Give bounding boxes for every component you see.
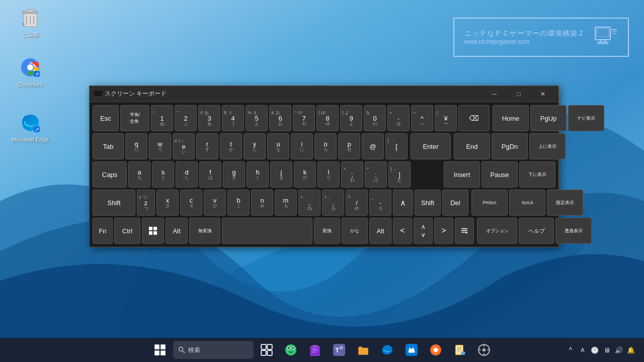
key-backslash[interactable]: _-ろ: [369, 190, 391, 216]
key-k[interactable]: kの: [294, 161, 316, 188]
key-ctrl[interactable]: Ctrl: [114, 218, 140, 244]
key-pause[interactable]: Pause: [481, 161, 518, 188]
key-shift-left[interactable]: Shift: [93, 190, 135, 216]
key-1[interactable]: !1ぬ: [151, 105, 173, 131]
key-t[interactable]: tか: [220, 133, 242, 159]
key-a[interactable]: aち: [128, 161, 150, 188]
key-bracket-l[interactable]: { 「[°: [385, 133, 408, 159]
search-bar[interactable]: 検索: [173, 341, 254, 359]
key-prtscn[interactable]: PrtScn: [471, 190, 508, 216]
key-fixed-display[interactable]: 固定表示: [547, 190, 583, 216]
desktop-icon-recycle-bin[interactable]: ↻ ごみ箱: [10, 5, 50, 39]
key-l[interactable]: lり: [317, 161, 340, 188]
key-top-display[interactable]: 上に表示: [529, 133, 566, 159]
key-n[interactable]: nみ: [251, 190, 273, 216]
key-bracket-r[interactable]: } 」]む: [388, 161, 411, 188]
key-4[interactable]: $ う4う: [222, 105, 244, 131]
key-m[interactable]: mも: [275, 190, 297, 216]
key-u[interactable]: uな: [267, 133, 289, 159]
key-left-arrow[interactable]: <: [393, 218, 412, 244]
key-shift-right[interactable]: Shift: [415, 190, 441, 216]
key-0[interactable]: を0わ: [364, 105, 386, 131]
key-w[interactable]: wて: [149, 133, 171, 159]
key-5[interactable]: % え5え: [246, 105, 268, 131]
desktop-icon-chrome[interactable]: ↗ Chromium: [10, 55, 50, 87]
key-f[interactable]: fは: [199, 161, 221, 188]
key-pgdn[interactable]: PgDn: [492, 133, 528, 159]
key-alt-right[interactable]: Alt: [369, 218, 391, 244]
key-backspace[interactable]: ⌫: [458, 105, 490, 131]
key-9[interactable]: ) よ9よ: [340, 105, 362, 131]
key-katakana[interactable]: かな: [342, 218, 368, 244]
window-titlebar[interactable]: ⌨ スクリーン キーボード ─ □ ✕: [90, 86, 558, 102]
key-j[interactable]: jま: [270, 161, 292, 188]
key-colon[interactable]: *:け: [365, 161, 387, 188]
taskbar-app-creative[interactable]: [425, 339, 447, 361]
key-pgup[interactable]: PgUp: [530, 105, 567, 131]
key-comma[interactable]: < 、,ね: [298, 190, 320, 216]
key-nav-display[interactable]: ナビ表示: [568, 105, 604, 131]
key-yen[interactable]: |¥ー: [435, 105, 457, 131]
key-v[interactable]: vひ: [204, 190, 226, 216]
key-z[interactable]: z つzつ: [137, 190, 155, 216]
key-p[interactable]: pせ: [338, 133, 360, 159]
key-x[interactable]: xさ: [156, 190, 179, 216]
taskbar-app-notepad[interactable]: ⚙: [449, 339, 471, 361]
key-options[interactable]: オプション: [477, 218, 517, 244]
key-d[interactable]: dし: [176, 161, 198, 188]
key-win[interactable]: [142, 218, 164, 244]
taskbar-app-folder[interactable]: [352, 339, 374, 361]
restore-button[interactable]: □: [507, 86, 530, 102]
key-e[interactable]: e いeい: [173, 133, 195, 159]
key-bottom-display[interactable]: 下に表示: [519, 161, 555, 188]
key-menu[interactable]: [455, 218, 474, 244]
key-home[interactable]: Home: [493, 105, 529, 131]
key-hanzenkaku[interactable]: 半角/全角: [120, 105, 149, 131]
desktop-icon-edge[interactable]: ↗ Microsoft Edge: [10, 111, 50, 143]
key-enter[interactable]: Enter: [411, 133, 451, 159]
key-at[interactable]: '@゛: [362, 133, 384, 159]
close-button[interactable]: ✕: [531, 86, 554, 102]
key-3[interactable]: # あ3あ: [198, 105, 220, 131]
key-insert[interactable]: Insert: [444, 161, 480, 188]
key-henkan[interactable]: 変換: [314, 218, 340, 244]
key-h[interactable]: hく: [247, 161, 269, 188]
key-alt-left[interactable]: Alt: [166, 218, 188, 244]
key-q[interactable]: qた: [125, 133, 147, 159]
tray-display[interactable]: 🖥: [602, 345, 612, 355]
key-fn[interactable]: Fn: [93, 218, 113, 244]
taskbar-app-settings[interactable]: [473, 339, 495, 361]
key-r[interactable]: rす: [196, 133, 218, 159]
key-help[interactable]: ヘルプ: [519, 218, 554, 244]
key-slash[interactable]: ? -/め: [346, 190, 368, 216]
key-transparent-display[interactable]: 透過表示: [555, 218, 592, 244]
key-7[interactable]: * や7や: [293, 105, 315, 131]
key-up-arrow[interactable]: ∧: [393, 190, 413, 216]
key-g[interactable]: gき: [223, 161, 245, 188]
key-down-small[interactable]: ∨: [421, 231, 426, 238]
key-b[interactable]: bこ: [227, 190, 250, 216]
key-scrlk[interactable]: ScrLk: [509, 190, 545, 216]
key-o[interactable]: oら: [314, 133, 337, 159]
tray-volume[interactable]: 🔊: [614, 345, 624, 355]
key-up-small[interactable]: ∧: [421, 223, 426, 230]
key-space[interactable]: [222, 218, 312, 244]
taskbar-app-teams[interactable]: T: [328, 339, 350, 361]
tray-notification[interactable]: 🔔: [626, 345, 636, 355]
key-period[interactable]: > 。.る: [322, 190, 344, 216]
key-y[interactable]: yん: [244, 133, 266, 159]
key-i[interactable]: iに: [291, 133, 313, 159]
taskbar-app-frog[interactable]: [280, 339, 302, 361]
tray-chevron[interactable]: ^: [566, 345, 576, 355]
key-esc[interactable]: Esc: [93, 105, 119, 131]
key-right-arrow[interactable]: >: [434, 218, 453, 244]
key-muhenkan[interactable]: 無変換: [189, 218, 220, 244]
key-6[interactable]: & お6お: [269, 105, 291, 131]
key-del[interactable]: Del: [442, 190, 468, 216]
key-caret[interactable]: ~^へ: [411, 105, 433, 131]
task-view-button[interactable]: [256, 339, 278, 361]
key-minus[interactable]: =-ほ: [387, 105, 410, 131]
tray-font[interactable]: A: [578, 345, 588, 355]
key-end[interactable]: End: [454, 133, 490, 159]
taskbar-app-clipboard[interactable]: [304, 339, 326, 361]
